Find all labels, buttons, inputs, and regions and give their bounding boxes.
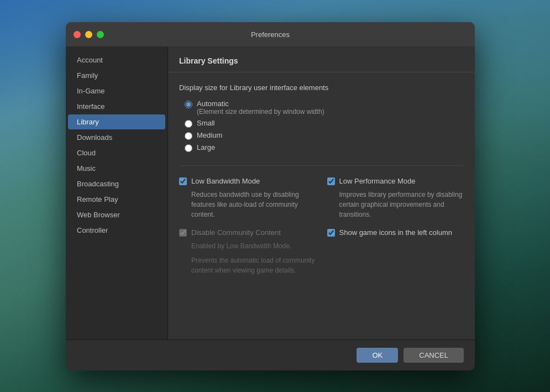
checkbox-label-show-game-icons: Show game icons in the left column — [339, 228, 453, 237]
checkbox-desc-disable-community: Prevents the automatic load of community… — [179, 255, 316, 275]
sidebar-item-downloads[interactable]: Downloads — [68, 130, 165, 145]
footer: OK CANCEL — [66, 339, 475, 370]
sidebar-item-music[interactable]: Music — [68, 161, 165, 176]
checkbox-block-low-bandwidth: Low Bandwidth ModeReduces bandwidth use … — [179, 177, 316, 219]
radio-medium[interactable]: Medium — [185, 131, 464, 140]
sidebar-item-account[interactable]: Account — [68, 53, 165, 67]
radio-label-small: Small — [197, 119, 215, 127]
radio-small[interactable]: Small — [185, 119, 464, 128]
sidebar-item-library[interactable]: Library — [68, 114, 165, 129]
checkbox-desc-low-bandwidth: Reduces bandwidth use by disabling featu… — [179, 190, 316, 219]
checkbox-desc-low-performance: Improves library performance by disablin… — [327, 190, 464, 219]
sidebar: AccountFamilyIn-GameInterfaceLibraryDown… — [66, 46, 168, 339]
radio-input-medium[interactable] — [185, 132, 192, 140]
close-button[interactable] — [74, 31, 81, 38]
checkbox-label-low-bandwidth: Low Bandwidth Mode — [191, 177, 260, 185]
content-area: Library Settings Display size for Librar… — [168, 46, 475, 339]
sidebar-item-broadcasting[interactable]: Broadcasting — [68, 176, 165, 191]
dialog-title: Preferences — [251, 30, 290, 39]
checkbox-header-low-performance: Low Performance Mode — [327, 177, 464, 185]
checkbox-header-show-game-icons: Show game icons in the left column — [327, 228, 464, 237]
checkbox-input-low-performance[interactable] — [327, 177, 335, 185]
radio-label-automatic: Automatic — [197, 100, 324, 108]
checkbox-grid: Low Bandwidth ModeReduces bandwidth use … — [179, 177, 464, 275]
checkbox-column-left: Low Bandwidth ModeReduces bandwidth use … — [179, 177, 316, 275]
radio-automatic[interactable]: Automatic(Element size determined by win… — [185, 100, 464, 116]
content-header: Library Settings — [168, 46, 475, 72]
radio-label-medium: Medium — [197, 131, 222, 139]
sidebar-item-cloud[interactable]: Cloud — [68, 145, 165, 160]
radio-group: Automatic(Element size determined by win… — [179, 100, 464, 152]
content-scroll: Display size for Library user interface … — [168, 72, 475, 339]
maximize-button[interactable] — [97, 31, 104, 38]
titlebar: Preferences — [66, 22, 475, 46]
checkbox-header-low-bandwidth: Low Bandwidth Mode — [179, 177, 316, 185]
checkbox-block-disable-community: Disable Community ContentEnabled by Low … — [179, 228, 316, 275]
display-size-label: Display size for Library user interface … — [179, 83, 464, 92]
radio-label-large: Large — [197, 143, 215, 151]
radio-sublabel-automatic: (Element size determined by window width… — [197, 108, 324, 116]
preferences-dialog: Preferences AccountFamilyIn-GameInterfac… — [66, 22, 475, 370]
radio-input-large[interactable] — [185, 144, 192, 152]
sidebar-item-controller[interactable]: Controller — [68, 223, 165, 238]
checkbox-column-right: Low Performance ModeImproves library per… — [327, 177, 464, 275]
sidebar-item-in-game[interactable]: In-Game — [68, 83, 165, 98]
ok-button[interactable]: OK — [357, 348, 398, 363]
sidebar-item-web-browser[interactable]: Web Browser — [68, 207, 165, 222]
radio-input-automatic[interactable] — [185, 101, 192, 108]
cancel-button[interactable]: CANCEL — [404, 348, 464, 363]
window-controls — [74, 31, 104, 38]
sidebar-item-interface[interactable]: Interface — [68, 99, 165, 114]
checkbox-block-show-game-icons: Show game icons in the left column — [327, 228, 464, 237]
content-title: Library Settings — [179, 56, 464, 65]
divider — [179, 165, 464, 166]
checkbox-label-low-performance: Low Performance Mode — [339, 177, 416, 185]
dialog-body: AccountFamilyIn-GameInterfaceLibraryDown… — [66, 46, 475, 339]
checkbox-label-disable-community: Disable Community Content — [191, 228, 281, 237]
radio-input-small[interactable] — [185, 120, 192, 128]
checkbox-input-low-bandwidth[interactable] — [179, 177, 187, 185]
checkbox-input-disable-community — [179, 229, 187, 237]
checkbox-note-disable-community: Enabled by Low Bandwidth Mode. — [179, 241, 316, 251]
checkbox-input-show-game-icons[interactable] — [327, 229, 335, 237]
sidebar-item-remote-play[interactable]: Remote Play — [68, 192, 165, 207]
sidebar-item-family[interactable]: Family — [68, 68, 165, 83]
minimize-button[interactable] — [85, 31, 92, 38]
checkbox-block-low-performance: Low Performance ModeImproves library per… — [327, 177, 464, 219]
radio-large[interactable]: Large — [185, 143, 464, 152]
checkbox-header-disable-community: Disable Community Content — [179, 228, 316, 237]
